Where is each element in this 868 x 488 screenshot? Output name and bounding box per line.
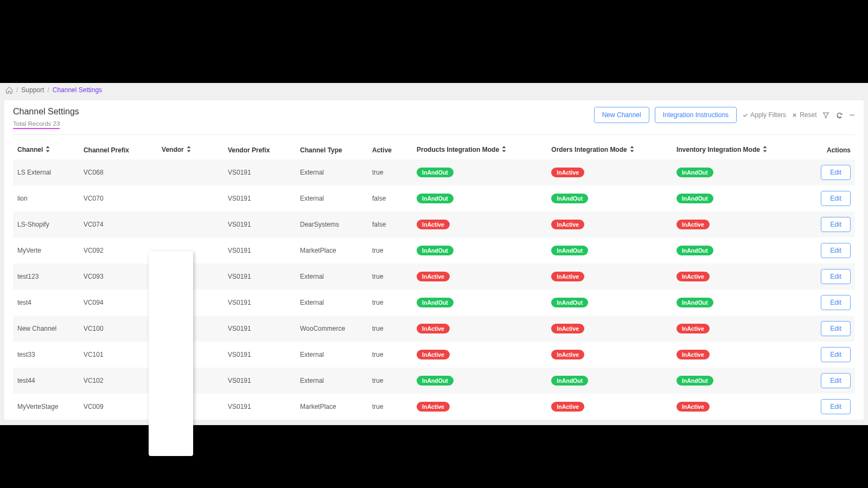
cell-products-mode: InAndOut [412,290,547,316]
edit-button[interactable]: Edit [821,243,851,258]
cell-products-mode: InActive [412,316,547,342]
cell-channel: New Channel [13,316,79,342]
integration-instructions-button[interactable]: Integration Instructions [655,107,737,123]
cell-vendor-prefix: VS0191 [224,237,296,264]
cell-actions: Edit [807,211,855,237]
edit-button[interactable]: Edit [821,295,851,310]
cell-channel-type: DearSystems [296,211,368,237]
cell-channel-type: MarketPlace [296,394,368,420]
edit-button[interactable]: Edit [821,269,851,284]
cell-vendor-prefix: VS0191 [224,290,296,316]
cell-actions: Edit [807,316,855,342]
th-channel-type[interactable]: Channel Type [296,139,368,159]
cell-orders-mode: InActive [547,342,672,368]
cell-vendor-prefix: VS0191 [224,211,296,237]
cell-orders-mode: InActive [547,316,672,342]
status-badge: InActive [551,350,584,359]
table-row: test123VC093VS0191ExternaltrueInActiveIn… [13,264,855,290]
cell-channel-type: External [296,290,368,316]
cell-vendor [157,159,224,185]
cell-actions: Edit [807,290,855,316]
status-badge: InActive [551,402,584,412]
cell-orders-mode: InActive [547,394,672,420]
filter-icon[interactable] [822,111,830,119]
sort-icon [762,146,768,154]
edit-button[interactable]: Edit [821,321,851,336]
apply-filters-button[interactable]: Apply Filters [742,111,786,119]
cell-orders-mode: InActive [547,211,672,237]
breadcrumb-current: Channel Settings [53,86,102,94]
channels-table: Channel Channel Prefix Vendor Vendor Pre… [13,139,855,420]
cell-products-mode: InActive [412,211,547,237]
status-badge: InAndOut [417,246,454,255]
status-badge: InAndOut [676,168,713,177]
edit-button[interactable]: Edit [821,191,851,206]
cell-orders-mode: InAndOut [547,185,672,211]
cell-orders-mode: InActive [547,264,672,290]
edit-button[interactable]: Edit [821,347,851,362]
th-orders-mode[interactable]: Orders Integration Mode [547,139,672,159]
cell-active: true [368,316,412,342]
th-active[interactable]: Active [368,139,412,159]
cell-orders-mode: InAndOut [547,237,672,264]
cell-prefix: VC100 [79,316,157,342]
edit-button[interactable]: Edit [821,399,851,414]
cell-vendor-prefix: VS0191 [224,368,296,394]
edit-button[interactable]: Edit [821,217,851,232]
cell-prefix: VC068 [79,159,157,185]
sort-icon [501,146,507,154]
th-vendor-prefix[interactable]: Vendor Prefix [224,139,296,159]
edit-button[interactable]: Edit [821,373,851,388]
cell-vendor-prefix: VS0191 [224,342,296,368]
collapse-icon[interactable]: − [849,110,855,120]
new-channel-button[interactable]: New Channel [594,107,649,123]
cell-actions: Edit [807,237,855,264]
th-inventory-mode[interactable]: Inventory Integration Mode [672,139,807,159]
home-icon[interactable] [5,86,13,94]
table-row: LS-ShopifyVC074VS0191DearSystemsfalseInA… [13,211,855,237]
status-badge: InAndOut [417,168,454,177]
cell-channel-type: MarketPlace [296,237,368,264]
th-vendor[interactable]: Vendor [157,139,224,159]
refresh-icon[interactable] [835,111,844,119]
reset-button[interactable]: Reset [792,111,816,119]
breadcrumb-support[interactable]: Support [21,86,44,94]
cell-channel-type: WooCommerce [296,316,368,342]
status-badge: InAndOut [417,298,454,307]
sort-icon [45,146,50,154]
cell-active: true [368,394,412,420]
cell-inventory-mode: InActive [672,342,807,368]
status-badge: InActive [551,168,584,177]
table-row: test33VC101VS0191ExternaltrueInActiveInA… [13,342,855,368]
cell-products-mode: InAndOut [412,185,547,211]
cell-vendor-prefix: VS0191 [224,185,296,211]
cell-inventory-mode: InActive [672,316,807,342]
status-badge: InActive [676,402,710,412]
table-row: MyVerteVC092VS0191MarketPlacetrueInAndOu… [13,237,855,264]
edit-button[interactable]: Edit [821,165,851,180]
status-badge: InActive [417,272,450,281]
cell-prefix: VC093 [79,264,157,290]
cell-channel-type: External [296,264,368,290]
breadcrumb: / Support / Channel Settings [0,83,868,97]
page-title: Channel Settings [13,107,79,117]
cell-vendor-prefix: VS0191 [224,394,296,420]
cell-inventory-mode: InAndOut [672,159,807,185]
th-products-mode[interactable]: Products Integration Mode [412,139,547,159]
cell-vendor-prefix: VS0191 [224,264,296,290]
cell-active: false [368,185,412,211]
cell-actions: Edit [807,368,855,394]
cell-active: true [368,264,412,290]
table-row: New ChannelVC100VS0191WooCommercetrueInA… [13,316,855,342]
cell-actions: Edit [807,264,855,290]
status-badge: InActive [551,272,584,281]
cell-vendor-prefix: VS0191 [224,159,296,185]
status-badge: InAndOut [676,298,713,307]
status-badge: InActive [676,272,710,281]
status-badge: InAndOut [551,246,588,255]
th-channel-prefix[interactable]: Channel Prefix [79,139,157,159]
cell-channel: LS-Shopify [13,211,79,237]
cell-active: true [368,342,412,368]
cell-prefix: VC070 [79,185,157,211]
th-channel[interactable]: Channel [13,139,79,159]
